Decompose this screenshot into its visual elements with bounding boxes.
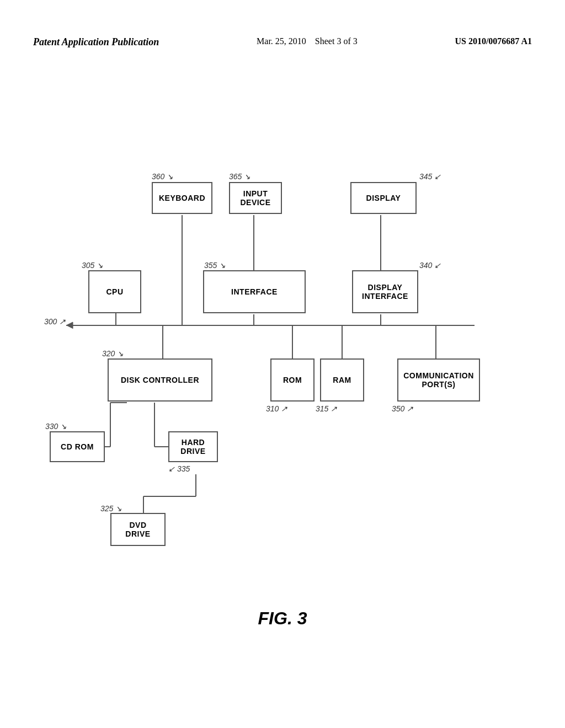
disk-controller-box: DISK CONTROLLER [108, 358, 212, 402]
ref-360: 360 ↘ [152, 172, 173, 181]
rom-box: ROM [270, 358, 315, 402]
comm-port-box: COMMUNICATION PORT(S) [397, 358, 480, 402]
ref-305: 305 ↘ [82, 261, 103, 270]
display-box: DISPLAY [350, 182, 417, 214]
ref-355: 355 ↘ [204, 261, 226, 270]
input-device-box: INPUT DEVICE [229, 182, 282, 214]
ram-box: RAM [320, 358, 364, 402]
ref-300: 300 ↗ [44, 317, 66, 326]
ref-345: 345 ↙ [419, 172, 441, 181]
ref-340: 340 ↙ [419, 261, 441, 270]
page: Patent Application Publication Mar. 25, … [0, 0, 565, 728]
ref-365: 365 ↘ [229, 172, 250, 181]
figure-caption: FIG. 3 [0, 608, 565, 629]
ref-325: 325 ↘ [100, 504, 122, 513]
ref-310: 310 ↗ [266, 404, 287, 413]
hard-drive-box: HARD DRIVE [168, 431, 218, 462]
interface-box: INTERFACE [203, 270, 306, 313]
ref-315: 315 ↗ [316, 404, 337, 413]
ref-320: 320 ↘ [102, 349, 124, 358]
cd-rom-box: CD ROM [50, 431, 105, 462]
keyboard-box: KEYBOARD [152, 182, 212, 214]
ref-350: 350 ↗ [392, 404, 413, 413]
ref-335: ↙ 335 [168, 464, 190, 473]
display-interface-box: DISPLAY INTERFACE [352, 270, 418, 313]
cpu-box: CPU [88, 270, 141, 313]
dvd-drive-box: DVD DRIVE [110, 513, 166, 546]
ref-330: 330 ↘ [45, 422, 67, 431]
